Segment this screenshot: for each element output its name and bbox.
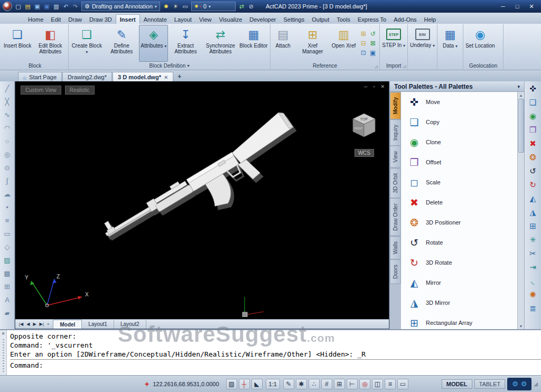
region-tool-icon[interactable]: ▩ xyxy=(2,267,13,279)
command-prompt[interactable]: Command: xyxy=(10,361,43,369)
ribbon-tab-settings[interactable]: Settings xyxy=(279,15,308,24)
close-tab-icon[interactable]: ✕ xyxy=(164,74,168,80)
save-icon[interactable]: ▣ xyxy=(33,2,42,11)
child-close-icon[interactable]: ✕ xyxy=(380,84,385,89)
quick-tools-icon[interactable]: ✱ xyxy=(296,379,307,389)
mirror-tool-icon[interactable]: ◭ xyxy=(527,193,539,204)
palette-item-rotate[interactable]: ↺ Rotate xyxy=(401,232,517,253)
offset-tool-icon[interactable]: ❐ xyxy=(527,124,539,136)
visual-style-button[interactable]: Realistic xyxy=(65,86,95,95)
view-name-button[interactable]: Custom View xyxy=(21,86,61,95)
ortho-icon[interactable]: ⊢ xyxy=(347,379,358,389)
multiline-tool-icon[interactable]: ≡ xyxy=(2,214,13,226)
ribbon-tab-output[interactable]: Output xyxy=(308,15,333,24)
table-tool-icon[interactable]: ⊞ xyxy=(2,281,13,292)
palette-menu-icon[interactable]: ▾ xyxy=(517,84,520,89)
redo-icon[interactable]: ↷ xyxy=(71,2,80,11)
model-space-button[interactable]: MODEL xyxy=(442,379,472,389)
lamp-icon[interactable]: ☀ xyxy=(171,2,180,11)
underlay-button[interactable]: BIM Underlay ▾ xyxy=(408,25,436,62)
view-cube[interactable]: TOP FRONT xyxy=(349,110,379,141)
fillet-tool-icon[interactable]: ◟ xyxy=(527,275,539,287)
palette-item-3d-positioner[interactable]: ❂ 3D Positioner xyxy=(401,212,517,232)
save-as-icon[interactable]: ▣ xyxy=(42,2,51,11)
line-tool-icon[interactable]: ╱ xyxy=(2,82,13,94)
palette-item-offset[interactable]: ❐ Offset xyxy=(401,152,517,172)
palette-tab-modify[interactable]: Modify xyxy=(390,92,401,119)
ruler-icon[interactable]: ◣ xyxy=(251,379,263,389)
rotate-tool-icon[interactable]: ↺ xyxy=(527,165,539,177)
close-button[interactable]: ✕ xyxy=(526,3,537,10)
xref-manager-button[interactable]: ⊞ Xref Manager xyxy=(295,25,330,62)
palette-tab-draw-order[interactable]: Draw Order xyxy=(390,198,401,236)
add-layout-button[interactable]: + xyxy=(46,322,51,326)
ribbon-tab-insert[interactable]: Insert xyxy=(116,14,140,24)
layout2-tab[interactable]: Layout2 xyxy=(114,320,146,329)
ribbon-tab-developer[interactable]: Developer xyxy=(246,15,279,24)
options-gear-icon[interactable]: ⚙ xyxy=(521,380,527,388)
rectangular-array-tool-icon[interactable]: ⊞ xyxy=(527,220,539,232)
annotation-scale-button[interactable]: 1:1 xyxy=(266,379,280,389)
extend-tool-icon[interactable]: ⇥ xyxy=(527,262,539,273)
tab-start-page[interactable]: ⌂ Start Page xyxy=(18,72,62,81)
measure-icon[interactable]: ▭ xyxy=(181,2,190,11)
copy-tool-icon[interactable]: ❏ xyxy=(527,97,539,108)
xref-bind-icon[interactable]: ⊠ xyxy=(368,39,377,48)
ribbon-tab-annotate[interactable]: Annotate xyxy=(140,15,171,24)
xref-unload-icon[interactable]: ⊟ xyxy=(359,39,368,48)
polar-array-tool-icon[interactable]: ✳ xyxy=(527,234,539,246)
explode-tool-icon[interactable]: ✺ xyxy=(527,289,539,301)
annotation-icon[interactable]: ✎ xyxy=(283,379,294,389)
palette-tab-inquiry[interactable]: Inquiry xyxy=(390,119,401,146)
snap-icon[interactable]: ⊞ xyxy=(334,379,345,389)
layer-isolate-icon[interactable]: ⊘ xyxy=(247,2,256,11)
layer-select[interactable]: ✹▪ 0 ▾ xyxy=(191,2,236,11)
wipeout-tool-icon[interactable]: ▰ xyxy=(2,307,13,319)
define-attributes-button[interactable]: ✎ Define Attributes xyxy=(104,25,139,62)
scroll-down-icon[interactable]: ▼ xyxy=(519,323,523,329)
synchronize-attributes-button[interactable]: ⇄ Synchronize Attributes xyxy=(203,25,238,62)
last-layout-button[interactable]: ▶| xyxy=(39,322,45,326)
ribbon-tab-help[interactable]: Help xyxy=(421,15,440,24)
ribbon-tab-home[interactable]: Home xyxy=(24,15,47,24)
style-manager-icon[interactable]: ✹ xyxy=(162,2,171,11)
dynamic-input-icon[interactable]: ▭ xyxy=(397,379,408,389)
ribbon-tab-visualize[interactable]: Visualize xyxy=(215,15,246,24)
create-block-button[interactable]: ❑ Create Block ▾ xyxy=(69,25,104,62)
delete-tool-icon[interactable]: ✖ xyxy=(527,138,539,150)
palette-item-delete[interactable]: ✖ Delete xyxy=(401,192,517,212)
data-button[interactable]: ▦ Data ▾ xyxy=(438,25,462,62)
tab-drawing2[interactable]: Drawing2.dwg* xyxy=(62,72,112,81)
insert-block-button[interactable]: ❑ Insert Block xyxy=(2,25,33,62)
group-label[interactable]: Block Definition▾ xyxy=(69,62,269,70)
drawing-viewport[interactable]: Custom View Realistic ─ ▫ ✕ TOP FRONT WC… xyxy=(15,81,389,329)
palette-item-copy[interactable]: ❏ Copy xyxy=(401,112,517,132)
print-icon[interactable]: ▥ xyxy=(52,2,61,11)
polygon-tool-icon[interactable]: ◇ xyxy=(2,241,13,253)
point-tool-icon[interactable]: • xyxy=(2,201,13,213)
polar-tracking-icon[interactable]: ◫ xyxy=(372,379,383,389)
grid-icon[interactable]: # xyxy=(321,379,332,389)
spline-tool-icon[interactable]: ∫ xyxy=(2,175,13,186)
new-file-icon[interactable]: ▢ xyxy=(14,2,23,11)
attach-button[interactable]: ▤ Attach xyxy=(271,25,295,62)
new-tab-button[interactable]: + xyxy=(173,72,185,81)
3d-positioner-tool-icon[interactable]: ❂ xyxy=(527,152,539,163)
palette-item-scale[interactable]: ◻ Scale xyxy=(401,172,517,192)
command-window[interactable]: SoftwareSuggest.com Opposite corner:Comm… xyxy=(7,330,541,375)
next-layout-button[interactable]: ▶ xyxy=(32,322,37,326)
ribbon-tab-draw3d[interactable]: Draw 3D xyxy=(86,15,116,24)
layer-states-icon[interactable]: ⇄ xyxy=(237,2,246,11)
ribbon-tab-tools[interactable]: Tools xyxy=(333,15,354,24)
crosshair-icon[interactable]: ┼ xyxy=(239,379,250,389)
ribbon-tab-edit[interactable]: Edit xyxy=(47,15,64,24)
lineweight-icon[interactable]: ≡ xyxy=(385,379,396,389)
arc-tool-icon[interactable]: ◠ xyxy=(2,122,13,134)
layout1-tab[interactable]: Layout1 xyxy=(82,320,114,329)
prev-layout-button[interactable]: ◀ xyxy=(25,322,31,326)
palette-titlebar[interactable]: Tool Palettes - All Palettes ▾ xyxy=(390,81,524,92)
ellipse-tool-icon[interactable]: ⊙ xyxy=(2,162,13,173)
extract-attributes-button[interactable]: ↧ Extract Attributes xyxy=(168,25,203,62)
maximize-button[interactable]: □ xyxy=(512,3,523,10)
ribbon-tab-add-ons[interactable]: Add-Ons xyxy=(390,15,420,24)
